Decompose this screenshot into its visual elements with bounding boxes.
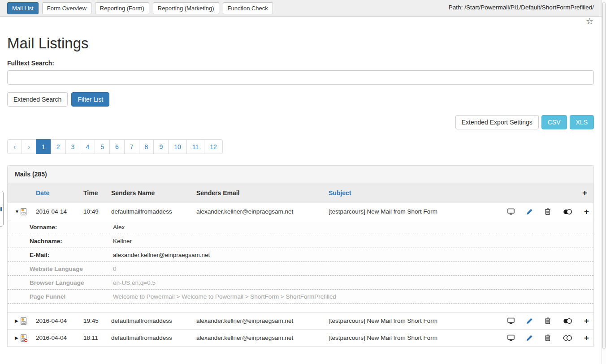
mail-record-icon xyxy=(21,208,26,215)
cell-senders-email: alexander.kellner@einpraegsam.net xyxy=(196,317,329,324)
edit-pencil-icon[interactable] xyxy=(526,317,533,324)
row-actions: + xyxy=(498,334,593,342)
filter-list-button[interactable]: Filter List xyxy=(71,92,109,107)
pagination-page-1[interactable]: 1 xyxy=(36,139,51,154)
pagination-page-12[interactable]: 12 xyxy=(204,139,223,154)
cell-date: 2016-04-04 xyxy=(36,317,83,324)
detail-label: Nachname: xyxy=(30,238,113,244)
pagination-page-2[interactable]: 2 xyxy=(51,139,66,154)
mail-record-hidden-icon xyxy=(21,334,26,342)
detail-label: Page Funnel xyxy=(30,293,113,300)
fulltext-search-label: Fulltext Search: xyxy=(7,60,594,67)
pagination-page-9[interactable]: 9 xyxy=(153,139,169,154)
cell-senders-name: defaultmailfromaddess xyxy=(111,317,196,324)
caret-right-icon[interactable]: ▶ xyxy=(15,335,21,340)
table-row: ▼ 2016-04-14 10:49 defaultmailfromaddess… xyxy=(8,203,593,220)
column-subject[interactable]: Subject xyxy=(329,189,498,197)
pagination-page-5[interactable]: 5 xyxy=(95,139,110,154)
detail-label: Website Language xyxy=(30,266,113,272)
fulltext-search-input[interactable] xyxy=(7,70,594,85)
hidden-badge-icon xyxy=(24,338,28,343)
detail-value: Welcome to Powermail > Welcome to Powerm… xyxy=(113,293,593,300)
add-plus-icon[interactable]: + xyxy=(584,207,589,216)
bookmark-star-icon[interactable]: ☆ xyxy=(586,17,593,26)
pagination-next[interactable]: › xyxy=(22,139,36,154)
caret-down-icon[interactable]: ▼ xyxy=(15,209,21,214)
filter-button-row: Extended Search Filter List xyxy=(7,92,594,107)
edit-pencil-icon[interactable] xyxy=(526,208,533,215)
preview-icon[interactable] xyxy=(507,334,515,341)
add-plus-icon[interactable]: + xyxy=(584,317,589,325)
detail-label: E-Mail: xyxy=(30,252,113,258)
nav-collapse-handle[interactable] xyxy=(0,191,4,227)
doc-header: Mail List Form Overview Reporting (Form)… xyxy=(0,0,606,17)
detail-row-nachname: Nachname: Kellner xyxy=(8,234,593,248)
detail-row-browser-language: Browser Language en-US,en;q=0.5 xyxy=(8,276,593,290)
add-plus-icon[interactable]: + xyxy=(584,334,589,342)
caret-right-icon[interactable]: ▶ xyxy=(15,318,21,323)
detail-row-email: E-Mail: alexander.kellner@einpraegsam.ne… xyxy=(8,248,593,262)
pagination-page-7[interactable]: 7 xyxy=(124,139,139,154)
column-date[interactable]: Date xyxy=(36,189,83,197)
breadcrumb-path: Path: /Start/Powermail/Pi1/Default/Short… xyxy=(449,4,594,11)
detail-spacer xyxy=(8,304,593,313)
preview-icon[interactable] xyxy=(507,317,515,324)
extended-search-button[interactable]: Extended Search xyxy=(7,92,68,107)
cell-senders-name: defaultmailfromaddess xyxy=(111,334,196,341)
column-time: Time xyxy=(83,189,111,197)
pagination-page-6[interactable]: 6 xyxy=(109,139,125,154)
scrollbar-thumb[interactable] xyxy=(602,2,606,349)
extended-export-settings-button[interactable]: Extended Export Settings xyxy=(455,115,539,129)
row-actions: + xyxy=(498,207,593,216)
detail-value: alexander.kellner@einpraegsam.net xyxy=(113,252,593,258)
visibility-toggle-on-icon[interactable] xyxy=(563,209,572,215)
xls-export-button[interactable]: XLS xyxy=(570,115,594,129)
column-senders-name: Senders Name xyxy=(111,189,196,197)
page-title: Mail Listings xyxy=(7,35,594,52)
detail-row-website-language: Website Language 0 xyxy=(8,262,593,276)
tab-reporting-marketing[interactable]: Reporting (Marketing) xyxy=(153,2,219,14)
tab-reporting-form[interactable]: Reporting (Form) xyxy=(95,2,149,14)
tab-form-overview[interactable]: Form Overview xyxy=(42,2,91,14)
pagination-page-11[interactable]: 11 xyxy=(186,139,205,154)
export-button-row: Extended Export Settings CSV XLS xyxy=(7,115,594,129)
mail-record-icon xyxy=(21,317,26,325)
cell-time: 18:11 xyxy=(83,334,111,341)
pagination-page-8[interactable]: 8 xyxy=(139,139,154,154)
tab-function-check[interactable]: Function Check xyxy=(223,2,273,14)
cell-time: 10:49 xyxy=(83,208,111,215)
cell-senders-name: defaultmailfromaddess xyxy=(111,208,196,215)
table-header-row: Date Time Senders Name Senders Email Sub… xyxy=(8,183,593,203)
csv-export-button[interactable]: CSV xyxy=(541,115,567,129)
delete-trash-icon[interactable] xyxy=(545,208,551,215)
table-row: ▶ 2016-04-04 18:11 defaultmailfromaddess… xyxy=(8,330,593,347)
edit-pencil-icon[interactable] xyxy=(526,334,533,341)
pagination-page-4[interactable]: 4 xyxy=(80,139,95,154)
column-senders-email: Senders Email xyxy=(196,189,329,197)
detail-value: en-US,en;q=0.5 xyxy=(113,279,593,286)
visibility-toggle-on-icon[interactable] xyxy=(563,318,572,324)
detail-value: 0 xyxy=(113,266,593,272)
cell-date: 2016-04-14 xyxy=(36,208,83,215)
detail-value: Alex xyxy=(113,224,593,231)
pagination-page-10[interactable]: 10 xyxy=(168,139,187,154)
cell-subject: [testparcours] New Mail from Short Form xyxy=(329,334,498,341)
row-actions: + xyxy=(498,317,593,325)
detail-row-page-funnel: Page Funnel Welcome to Powermail > Welco… xyxy=(8,290,593,304)
visibility-toggle-off-icon[interactable] xyxy=(563,335,572,341)
pagination-page-3[interactable]: 3 xyxy=(65,139,81,154)
tab-mail-list[interactable]: Mail List xyxy=(7,2,39,14)
preview-icon[interactable] xyxy=(507,208,515,215)
cell-senders-email: alexander.kellner@einpraegsam.net xyxy=(196,334,329,341)
cell-senders-email: alexander.kellner@einpraegsam.net xyxy=(196,208,329,215)
delete-trash-icon[interactable] xyxy=(545,334,551,341)
detail-value: Kellner xyxy=(113,238,593,244)
detail-row-vorname: Vorname: Alex xyxy=(8,220,593,234)
delete-trash-icon[interactable] xyxy=(545,317,551,324)
add-column-button[interactable]: + xyxy=(498,188,593,198)
cell-time: 19:45 xyxy=(83,317,111,324)
pagination: ‹ › 1 2 3 4 5 6 7 8 9 10 11 12 xyxy=(7,139,223,154)
mails-panel-title: Mails (285) xyxy=(8,166,593,183)
vertical-scrollbar[interactable] xyxy=(602,0,606,364)
pagination-prev[interactable]: ‹ xyxy=(7,139,22,154)
